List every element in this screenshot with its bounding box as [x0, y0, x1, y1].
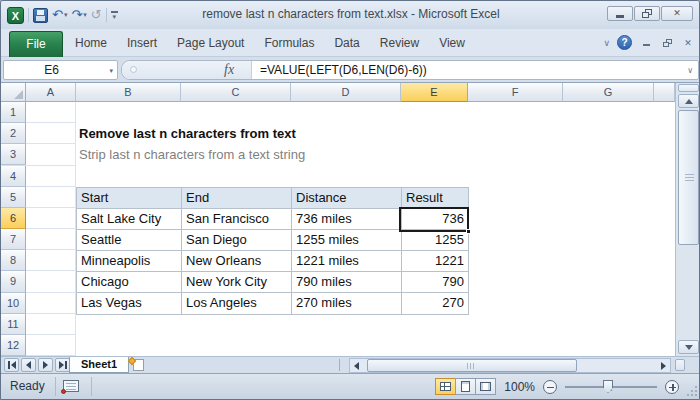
normal-view-button[interactable] [435, 378, 456, 395]
cell[interactable]: 1255 [402, 230, 469, 251]
column-header-F[interactable]: F [468, 83, 563, 102]
column-header-A[interactable]: A [26, 83, 76, 102]
column-header-C[interactable]: C [181, 83, 291, 102]
ribbon-tab-view[interactable]: View [429, 29, 475, 57]
excel-logo-icon[interactable]: X [7, 7, 24, 24]
macro-record-icon[interactable] [63, 380, 79, 392]
close-button[interactable]: ✕ [661, 6, 693, 21]
row-header-6[interactable]: 6 [1, 208, 26, 229]
formula-text[interactable]: =VALUE(LEFT(D6,LEN(D6)-6)) [260, 61, 680, 79]
ribbon-tab-page-layout[interactable]: Page Layout [167, 29, 254, 57]
cell[interactable]: Los Angeles [182, 293, 292, 314]
zoom-in-button[interactable] [665, 380, 679, 394]
save-icon[interactable] [33, 8, 48, 23]
workbook-close-button[interactable]: ✕ [681, 37, 695, 49]
status-bar: Ready 100% [1, 373, 700, 400]
undo-button[interactable]: ↶ ▾ [52, 7, 67, 23]
first-sheet-button[interactable] [4, 358, 19, 372]
scroll-up-button[interactable] [678, 94, 699, 108]
sheet-navigation [4, 358, 70, 372]
page-layout-view-button[interactable] [455, 378, 476, 395]
row-header-12[interactable]: 12 [1, 335, 26, 356]
tab-scroll-divider[interactable] [339, 359, 340, 371]
ribbon-tab-home[interactable]: Home [65, 29, 117, 57]
name-box[interactable]: E6 ▾ [3, 60, 118, 80]
cell[interactable]: Seattle [77, 230, 182, 251]
table-header-cell[interactable]: Distance [292, 188, 402, 209]
column-header-partial[interactable] [654, 83, 675, 102]
sheet-canvas[interactable]: Remove last n characters from text Strip… [26, 102, 675, 356]
resize-grip[interactable] [684, 383, 698, 397]
cell[interactable]: Salt Lake City [77, 209, 182, 230]
scroll-right-button[interactable] [657, 359, 670, 372]
next-sheet-button[interactable] [38, 358, 53, 372]
scrollbar-split-handle[interactable] [678, 84, 699, 92]
cell[interactable]: 270 miles [292, 293, 402, 314]
ribbon-tab-file[interactable]: File [9, 31, 63, 57]
row-header-11[interactable]: 11 [1, 314, 26, 335]
expand-formula-bar-icon[interactable]: ∨ [687, 66, 693, 75]
cell[interactable]: New York City [182, 272, 292, 293]
cell[interactable]: 736 miles [292, 209, 402, 230]
cell[interactable]: 790 [402, 272, 469, 293]
zoom-slider[interactable] [565, 380, 657, 393]
redo-button[interactable]: ↷ ▾ [71, 7, 86, 23]
workbook-restore-button[interactable] [660, 37, 674, 49]
row-header-4[interactable]: 4 [1, 166, 26, 187]
vertical-scrollbar-thumb[interactable] [678, 110, 699, 245]
fill-handle[interactable] [466, 229, 471, 234]
cell[interactable]: 1221 [402, 251, 469, 272]
ribbon-tab-review[interactable]: Review [370, 29, 429, 57]
scroll-down-button[interactable] [678, 340, 699, 354]
table-header-cell[interactable]: Start [77, 188, 182, 209]
column-header-E[interactable]: E [401, 83, 468, 102]
page-break-view-button[interactable] [475, 378, 496, 395]
minimize-button[interactable] [607, 6, 633, 21]
row-header-2[interactable]: 2 [1, 123, 26, 144]
zoom-slider-thumb[interactable] [603, 380, 613, 393]
restore-button[interactable] [634, 6, 660, 21]
column-header-D[interactable]: D [291, 83, 401, 102]
insert-function-icon[interactable]: fx [224, 61, 234, 79]
expand-ribbon-icon[interactable]: ∨ [603, 38, 610, 48]
ribbon-tab-insert[interactable]: Insert [117, 29, 167, 57]
cell[interactable]: San Diego [182, 230, 292, 251]
row-header-9[interactable]: 9 [1, 271, 26, 292]
cell[interactable]: Chicago [77, 272, 182, 293]
previous-sheet-button[interactable] [21, 358, 36, 372]
sheet-tab-sheet1[interactable]: Sheet1 [69, 357, 129, 373]
formula-field[interactable]: fx =VALUE(LEFT(D6,LEN(D6)-6)) ∨ [121, 60, 699, 80]
cell[interactable]: New Orleans [182, 251, 292, 272]
last-sheet-button[interactable] [55, 358, 70, 372]
cell[interactable]: 270 [402, 293, 469, 314]
horizontal-scrollbar-thumb[interactable] [367, 359, 577, 372]
cell[interactable]: 1221 miles [292, 251, 402, 272]
row-header-1[interactable]: 1 [1, 102, 26, 123]
cell[interactable]: Minneapolis [77, 251, 182, 272]
column-header-G[interactable]: G [563, 83, 654, 102]
ribbon-tab-formulas[interactable]: Formulas [254, 29, 324, 57]
row-header-3[interactable]: 3 [1, 144, 26, 165]
row-header-7[interactable]: 7 [1, 229, 26, 250]
cell[interactable]: 1255 miles [292, 230, 402, 251]
sheet-subtitle-text: Strip last n characters from a text stri… [79, 144, 305, 165]
cell[interactable]: Las Vegas [77, 293, 182, 314]
scroll-left-button[interactable] [350, 359, 363, 372]
insert-worksheet-button[interactable] [129, 359, 149, 372]
row-header-8[interactable]: 8 [1, 250, 26, 271]
row-header-10[interactable]: 10 [1, 293, 26, 314]
cell[interactable]: San Francisco [182, 209, 292, 230]
workbook-minimize-button[interactable] [639, 37, 653, 49]
active-cell-selection[interactable] [399, 207, 469, 232]
scrollbar-resize-handle[interactable] [675, 359, 685, 371]
row-header-5[interactable]: 5 [1, 187, 26, 208]
customize-qat-button[interactable]: ▾ [111, 11, 118, 19]
repeat-button[interactable]: ↺ [91, 7, 102, 23]
ribbon-tab-data[interactable]: Data [324, 29, 369, 57]
help-button[interactable]: ? [617, 35, 632, 50]
zoom-level-text[interactable]: 100% [504, 380, 535, 394]
cell[interactable]: 790 miles [292, 272, 402, 293]
table-header-cell[interactable]: End [182, 188, 292, 209]
zoom-out-button[interactable] [543, 380, 557, 394]
column-header-B[interactable]: B [76, 83, 181, 102]
